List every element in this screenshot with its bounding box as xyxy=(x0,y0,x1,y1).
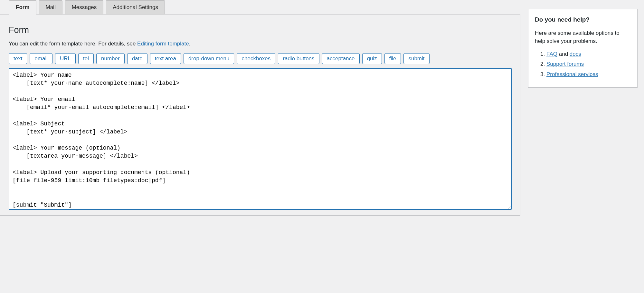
editing-form-template-link[interactable]: Editing form template xyxy=(137,41,189,47)
docs-link[interactable]: docs xyxy=(570,51,581,57)
help-item-professional-services: Professional services xyxy=(546,70,631,79)
tab-mail[interactable]: Mail xyxy=(39,0,62,15)
tag-number-button[interactable]: number xyxy=(96,53,125,64)
tag-radio-buttons-button[interactable]: radio buttons xyxy=(278,53,319,64)
section-description: You can edit the form template here. For… xyxy=(9,40,512,48)
tab-label: Messages xyxy=(72,4,97,10)
help-item-faq-docs: FAQ and docs xyxy=(546,50,631,58)
desc-pre: You can edit the form template here. For… xyxy=(9,41,137,47)
help-item-suffix: and xyxy=(557,51,570,57)
tab-messages[interactable]: Messages xyxy=(65,0,103,15)
form-template-textarea[interactable] xyxy=(9,68,512,210)
support-forums-link[interactable]: Support forums xyxy=(546,61,584,67)
tag-text-area-button[interactable]: text area xyxy=(150,53,181,64)
help-title: Do you need help? xyxy=(535,15,631,24)
form-panel: Form You can edit the form template here… xyxy=(0,14,520,216)
help-intro: Here are some available options to help … xyxy=(535,29,631,45)
tab-additional-settings[interactable]: Additional Settings xyxy=(106,0,165,15)
tab-label: Form xyxy=(16,4,30,10)
tab-label: Additional Settings xyxy=(113,4,158,10)
tab-form[interactable]: Form xyxy=(9,0,36,15)
help-item-support-forums: Support forums xyxy=(546,60,631,68)
faq-link[interactable]: FAQ xyxy=(546,51,557,57)
help-list: FAQ and docs Support forums Professional… xyxy=(535,50,631,79)
tabs: Form Mail Messages Additional Settings xyxy=(0,0,520,15)
tag-quiz-button[interactable]: quiz xyxy=(362,53,382,64)
tag-url-button[interactable]: URL xyxy=(55,53,76,64)
tag-email-button[interactable]: email xyxy=(30,53,52,64)
tag-tel-button[interactable]: tel xyxy=(78,53,94,64)
tag-checkboxes-button[interactable]: checkboxes xyxy=(237,53,275,64)
tab-label: Mail xyxy=(46,4,56,10)
tag-buttons-row: text email URL tel number date text area… xyxy=(9,53,512,64)
tag-drop-down-menu-button[interactable]: drop-down menu xyxy=(184,53,234,64)
tag-text-button[interactable]: text xyxy=(9,53,27,64)
tag-submit-button[interactable]: submit xyxy=(403,53,429,64)
professional-services-link[interactable]: Professional services xyxy=(546,71,598,77)
tag-date-button[interactable]: date xyxy=(127,53,147,64)
section-title: Form xyxy=(9,24,512,37)
desc-post: . xyxy=(189,41,191,47)
help-box: Do you need help? Here are some availabl… xyxy=(528,9,638,88)
tag-file-button[interactable]: file xyxy=(384,53,401,64)
tag-acceptance-button[interactable]: acceptance xyxy=(322,53,360,64)
